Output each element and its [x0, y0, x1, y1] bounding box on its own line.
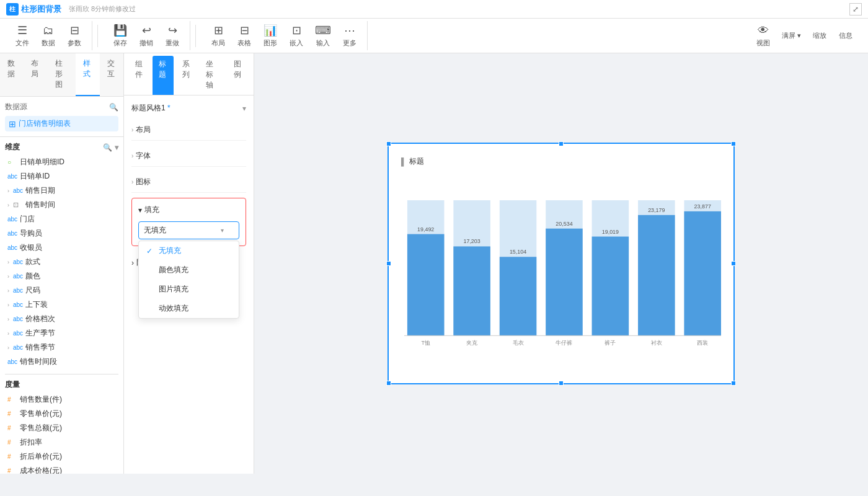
layout-btn[interactable]: ⊞ 布局: [206, 21, 231, 50]
title-style-arrow[interactable]: ▾: [242, 104, 246, 113]
measure-item[interactable]: # 零售单价(元): [5, 407, 118, 421]
subtab-axis[interactable]: 坐标轴: [200, 56, 225, 95]
dim-item[interactable]: › abc 款式: [5, 255, 118, 269]
type-icon-abc: abc: [7, 173, 17, 180]
data-btn[interactable]: 🗂 数据: [36, 22, 61, 50]
embed-btn[interactable]: ⊡ 嵌入: [284, 21, 309, 50]
fill-option-image[interactable]: 图片填充: [139, 280, 239, 299]
chart-title-flag-icon: ▌: [401, 157, 407, 166]
chart-icon: 📊: [264, 24, 277, 37]
dim-search-icon[interactable]: 🔍: [103, 143, 112, 152]
chart-area: ▌ 标题: [254, 53, 868, 474]
subtab-series[interactable]: 系列: [176, 56, 197, 95]
subtab-title[interactable]: 标题: [153, 56, 174, 95]
fill-option-animation[interactable]: 动效填充: [139, 299, 239, 318]
expand-arrow: ›: [7, 288, 9, 294]
param-icon: ⊟: [70, 24, 79, 37]
fill-option-color[interactable]: 颜色填充: [139, 260, 239, 280]
chart-title: 标题: [409, 156, 424, 167]
info-btn[interactable]: 信息: [833, 29, 858, 43]
x-label-0: T恤: [421, 340, 430, 346]
menu-btn[interactable]: ☰ 文件: [10, 21, 35, 50]
more-btn[interactable]: ⋯ 更多: [337, 21, 362, 50]
tab-data[interactable]: 数据: [0, 53, 24, 96]
handle-tl[interactable]: [386, 141, 391, 146]
dim-item[interactable]: › abc 上下装: [5, 298, 118, 312]
data-icon: 🗂: [43, 24, 54, 37]
chart-title-area: ▌ 标题: [401, 156, 721, 167]
dim-item[interactable]: abc 导购员: [5, 226, 118, 241]
bar-0: [407, 234, 445, 336]
subtab-legend[interactable]: 图例: [228, 56, 249, 95]
bar-2: [500, 257, 537, 335]
x-label-3: 牛仔裤: [556, 340, 572, 346]
tab-interact[interactable]: 交互: [100, 53, 123, 96]
handle-ml[interactable]: [386, 261, 391, 266]
author-info: 张雨欣 8分钟前修改过: [69, 4, 136, 14]
x-label-6: 西装: [697, 340, 708, 346]
icon-collapse[interactable]: › 图标: [131, 172, 246, 193]
subtab-component[interactable]: 组件: [129, 56, 150, 95]
dim-item[interactable]: › abc 颜色: [5, 269, 118, 283]
dim-expand-icon[interactable]: ▾: [115, 143, 118, 152]
dim-item[interactable]: › abc 销售季节: [5, 340, 118, 355]
undo-btn[interactable]: ↩ 撤销: [134, 21, 159, 50]
dim-item[interactable]: › abc 销售日期: [5, 184, 118, 198]
bar-label-3: 20,534: [556, 221, 572, 227]
handle-bc[interactable]: [559, 381, 564, 386]
search-icon[interactable]: 🔍: [109, 103, 118, 112]
table-btn[interactable]: ⊟ 表格: [232, 21, 257, 50]
dim-item[interactable]: › abc 尺码: [5, 283, 118, 298]
handle-br[interactable]: [731, 381, 736, 386]
dim-item[interactable]: › abc 生产季节: [5, 326, 118, 340]
fill-dropdown-menu: ✓ 无填充 颜色填充 图片填充 动效填充: [138, 241, 239, 319]
type-icon-abc: abc: [13, 287, 23, 294]
measure-item[interactable]: # 折后单价(元): [5, 450, 118, 464]
type-icon-abc: abc: [7, 216, 17, 223]
handle-mr[interactable]: [731, 261, 736, 266]
font-collapse[interactable]: › 字体: [131, 146, 246, 167]
tab-layout[interactable]: 布局: [24, 53, 47, 96]
dim-item[interactable]: abc 门店: [5, 212, 118, 226]
save-btn[interactable]: 💾 保存: [108, 21, 133, 50]
measure-item[interactable]: # 折扣率: [5, 435, 118, 450]
type-icon-date: ○: [7, 159, 17, 166]
layout-collapse[interactable]: › 布局: [131, 120, 246, 141]
chart-container[interactable]: ▌ 标题: [388, 143, 735, 384]
handle-tc[interactable]: [559, 141, 564, 146]
input-btn[interactable]: ⌨ 输入: [310, 21, 336, 50]
redo-btn[interactable]: ↪ 重做: [160, 21, 185, 50]
fill-option-none[interactable]: ✓ 无填充: [139, 241, 239, 260]
dim-item[interactable]: abc 收银员: [5, 241, 118, 255]
dim-item[interactable]: › ⊡ 销售时间: [5, 198, 118, 212]
tab-style[interactable]: 样式: [76, 53, 99, 96]
fullscreen-btn[interactable]: 满屏 ▾: [777, 29, 806, 43]
dropdown-arrow-icon: ▾: [221, 227, 224, 234]
chart-btn[interactable]: 📊 图形: [258, 21, 283, 50]
fill-dropdown-trigger[interactable]: 无填充 ▾: [138, 221, 239, 239]
measure-item[interactable]: # 销售数量(件): [5, 392, 118, 407]
separator-2: [195, 25, 196, 47]
expand-arrow: ›: [7, 302, 9, 308]
handle-bl[interactable]: [386, 381, 391, 386]
x-label-1: 夹克: [466, 340, 477, 346]
handle-tr[interactable]: [731, 141, 736, 146]
measure-item[interactable]: # 成本价格(元): [5, 464, 118, 474]
dim-item[interactable]: abc 日销单ID: [5, 169, 118, 184]
fill-section-title[interactable]: ▾ 填充: [138, 205, 239, 215]
view-btn[interactable]: 👁 视图: [751, 22, 776, 50]
dim-item[interactable]: › abc 价格档次: [5, 312, 118, 326]
measure-item[interactable]: # 零售总额(元): [5, 421, 118, 435]
tab-chart[interactable]: 柱形图: [48, 53, 76, 96]
toolbar-group-file: ☰ 文件 🗂 数据 ⊟ 参数: [5, 21, 92, 50]
expand-arrow: ›: [7, 188, 9, 194]
dim-item[interactable]: ○ 日销单明细ID: [5, 155, 118, 169]
type-icon-abc: abc: [13, 187, 23, 194]
dim-item[interactable]: abc 销售时间段: [5, 355, 118, 369]
bar-label-4: 19,019: [602, 229, 619, 235]
layout-icon: ⊞: [214, 24, 223, 37]
param-btn[interactable]: ⊟ 参数: [62, 21, 87, 50]
data-source-item[interactable]: ⊞ 门店销售明细表: [5, 116, 118, 131]
zoom-btn[interactable]: 缩放: [807, 29, 832, 43]
expand-icon[interactable]: ⤢: [849, 3, 862, 16]
